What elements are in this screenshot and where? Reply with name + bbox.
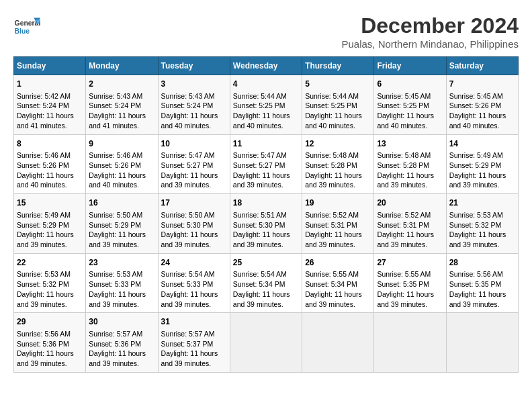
day-info: Sunrise: 5:52 AM: [305, 210, 371, 220]
day-info: Sunrise: 5:46 AM: [89, 150, 154, 161]
day-number: 23: [89, 257, 154, 269]
day-info: Sunset: 5:31 PM: [377, 220, 443, 230]
day-info: Sunrise: 5:45 AM: [449, 91, 515, 101]
calendar-cell: 29Sunrise: 5:56 AMSunset: 5:36 PMDayligh…: [14, 313, 86, 373]
day-info: Daylight: 11 hours: [89, 289, 154, 300]
calendar-cell: 26Sunrise: 5:55 AMSunset: 5:34 PMDayligh…: [302, 253, 374, 313]
day-info: Daylight: 11 hours: [377, 171, 443, 181]
day-info: Daylight: 11 hours: [233, 230, 299, 240]
calendar-cell: 14Sunrise: 5:49 AMSunset: 5:29 PMDayligh…: [446, 134, 518, 194]
calendar-cell: 31Sunrise: 5:57 AMSunset: 5:37 PMDayligh…: [158, 313, 230, 373]
column-header-saturday: Saturday: [446, 57, 518, 75]
column-header-monday: Monday: [86, 57, 158, 75]
day-info: Sunset: 5:28 PM: [377, 161, 443, 171]
day-info: Sunset: 5:27 PM: [233, 161, 299, 171]
day-number: 26: [305, 257, 371, 269]
day-number: 16: [89, 197, 154, 209]
day-number: 8: [17, 138, 83, 150]
calendar-cell: 4Sunrise: 5:44 AMSunset: 5:25 PMDaylight…: [230, 75, 302, 135]
day-info: Sunrise: 5:48 AM: [377, 150, 443, 161]
calendar-week-2: 8Sunrise: 5:46 AMSunset: 5:26 PMDaylight…: [14, 134, 519, 194]
day-info: Sunset: 5:36 PM: [89, 339, 154, 349]
day-info: Sunrise: 5:43 AM: [161, 91, 227, 101]
day-number: 6: [377, 79, 443, 90]
column-header-tuesday: Tuesday: [158, 57, 230, 75]
day-info: Sunrise: 5:45 AM: [377, 91, 443, 101]
day-info: and 39 minutes.: [377, 300, 443, 310]
day-info: Daylight: 11 hours: [449, 171, 515, 181]
column-header-wednesday: Wednesday: [230, 57, 302, 75]
day-number: 27: [377, 257, 443, 269]
day-info: Sunset: 5:30 PM: [161, 220, 227, 230]
day-info: and 39 minutes.: [89, 240, 154, 250]
day-number: 28: [449, 257, 515, 269]
day-number: 4: [233, 79, 299, 90]
title-block: December 2024 Pualas, Northern Mindanao,…: [342, 13, 519, 50]
column-header-thursday: Thursday: [302, 57, 374, 75]
calendar-week-4: 22Sunrise: 5:53 AMSunset: 5:32 PMDayligh…: [14, 253, 519, 313]
day-number: 21: [449, 197, 515, 209]
day-info: Daylight: 11 hours: [17, 289, 83, 300]
day-info: Sunrise: 5:47 AM: [161, 150, 227, 161]
day-info: Sunrise: 5:48 AM: [305, 150, 371, 161]
day-number: 18: [233, 197, 299, 209]
calendar-cell: 6Sunrise: 5:45 AMSunset: 5:25 PMDaylight…: [374, 75, 446, 135]
day-info: Sunrise: 5:55 AM: [377, 269, 443, 279]
day-number: 1: [17, 79, 83, 90]
day-info: and 39 minutes.: [305, 240, 371, 250]
day-info: Daylight: 11 hours: [233, 289, 299, 300]
day-info: Sunset: 5:26 PM: [449, 101, 515, 111]
day-info: Sunrise: 5:53 AM: [449, 210, 515, 220]
day-number: 31: [161, 316, 227, 328]
calendar-cell: 9Sunrise: 5:46 AMSunset: 5:26 PMDaylight…: [86, 134, 158, 194]
calendar-cell: 28Sunrise: 5:56 AMSunset: 5:35 PMDayligh…: [446, 253, 518, 313]
day-info: Sunrise: 5:56 AM: [449, 269, 515, 279]
calendar-cell: 10Sunrise: 5:47 AMSunset: 5:27 PMDayligh…: [158, 134, 230, 194]
day-info: Daylight: 11 hours: [377, 230, 443, 240]
day-info: Daylight: 11 hours: [377, 111, 443, 121]
day-info: Daylight: 11 hours: [449, 289, 515, 300]
day-info: Daylight: 11 hours: [89, 171, 154, 181]
calendar-week-1: 1Sunrise: 5:42 AMSunset: 5:24 PMDaylight…: [14, 75, 519, 135]
day-info: Sunset: 5:32 PM: [17, 279, 83, 289]
day-info: Sunrise: 5:42 AM: [17, 91, 83, 101]
day-info: Sunset: 5:34 PM: [233, 279, 299, 289]
day-info: Sunset: 5:28 PM: [305, 161, 371, 171]
calendar-cell: 23Sunrise: 5:53 AMSunset: 5:33 PMDayligh…: [86, 253, 158, 313]
day-info: Sunrise: 5:50 AM: [161, 210, 227, 220]
day-info: and 39 minutes.: [17, 240, 83, 250]
day-info: Sunrise: 5:44 AM: [233, 91, 299, 101]
day-info: Sunset: 5:30 PM: [233, 220, 299, 230]
day-info: Sunset: 5:26 PM: [17, 161, 83, 171]
day-number: 29: [17, 316, 83, 328]
day-info: and 40 minutes.: [233, 121, 299, 131]
calendar-cell: 30Sunrise: 5:57 AMSunset: 5:36 PMDayligh…: [86, 313, 158, 373]
day-info: Sunrise: 5:51 AM: [233, 210, 299, 220]
day-info: Sunset: 5:24 PM: [161, 101, 227, 111]
day-info: Sunset: 5:29 PM: [17, 220, 83, 230]
calendar-cell: 22Sunrise: 5:53 AMSunset: 5:32 PMDayligh…: [14, 253, 86, 313]
day-info: and 40 minutes.: [17, 180, 83, 190]
day-number: 12: [305, 138, 371, 150]
day-info: and 39 minutes.: [161, 359, 227, 369]
day-number: 11: [233, 138, 299, 150]
day-info: Sunrise: 5:53 AM: [89, 269, 154, 279]
calendar-cell: 24Sunrise: 5:54 AMSunset: 5:33 PMDayligh…: [158, 253, 230, 313]
day-number: 17: [161, 197, 227, 209]
day-info: Daylight: 11 hours: [161, 230, 227, 240]
day-info: Daylight: 11 hours: [305, 171, 371, 181]
calendar-week-3: 15Sunrise: 5:49 AMSunset: 5:29 PMDayligh…: [14, 194, 519, 254]
day-number: 15: [17, 197, 83, 209]
day-info: Daylight: 11 hours: [449, 230, 515, 240]
day-info: Sunrise: 5:53 AM: [17, 269, 83, 279]
day-info: Daylight: 11 hours: [17, 171, 83, 181]
day-number: 14: [449, 138, 515, 150]
day-info: Sunrise: 5:49 AM: [449, 150, 515, 161]
day-info: Daylight: 11 hours: [233, 111, 299, 121]
calendar-cell: 7Sunrise: 5:45 AMSunset: 5:26 PMDaylight…: [446, 75, 518, 135]
calendar-cell: 18Sunrise: 5:51 AMSunset: 5:30 PMDayligh…: [230, 194, 302, 254]
day-info: Sunrise: 5:44 AM: [305, 91, 371, 101]
day-number: 24: [161, 257, 227, 269]
day-info: and 40 minutes.: [449, 121, 515, 131]
day-info: Sunset: 5:26 PM: [89, 161, 154, 171]
